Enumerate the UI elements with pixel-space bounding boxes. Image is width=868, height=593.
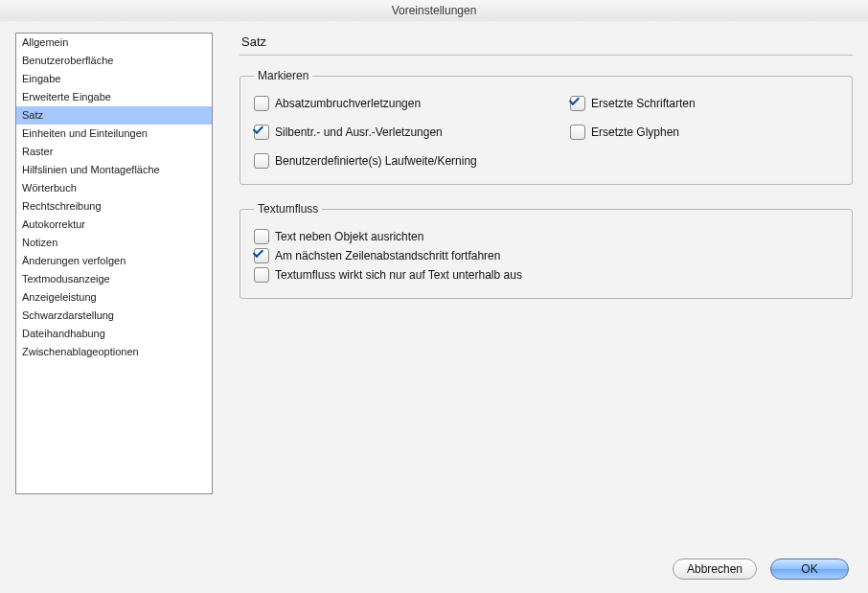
label-zeilenabstand: Am nächsten Zeilenabstandschritt fortfah… xyxy=(275,249,500,262)
dialog-body: AllgemeinBenutzeroberflächeEingabeErweit… xyxy=(0,21,868,593)
sidebar-item[interactable]: Hilfslinien und Montagefläche xyxy=(16,161,212,179)
checkbox-neben-objekt[interactable] xyxy=(254,229,269,244)
sidebar-item[interactable]: Notizen xyxy=(16,234,212,252)
section-rule xyxy=(240,55,853,56)
category-sidebar: AllgemeinBenutzeroberflächeEingabeErweit… xyxy=(15,33,213,494)
option-absatzumbruch[interactable]: Absatzumbruchverletzungen xyxy=(254,96,551,111)
sidebar-item[interactable]: Eingabe xyxy=(16,70,212,88)
cancel-button[interactable]: Abbrechen xyxy=(673,559,757,580)
sidebar-item[interactable]: Zwischenablageoptionen xyxy=(16,343,212,361)
ok-button[interactable]: OK xyxy=(770,559,849,580)
group-textumfluss: Textumfluss Text neben Objekt ausrichten… xyxy=(240,202,853,299)
checkbox-zeilenabstand[interactable] xyxy=(254,248,269,263)
label-laufweite: Benutzerdefinierte(s) Laufweite/Kerning xyxy=(275,154,477,168)
sidebar-item[interactable]: Erweiterte Eingabe xyxy=(16,88,212,106)
sidebar-item[interactable]: Anzeigeleistung xyxy=(16,288,212,307)
checkbox-silbentrennung[interactable] xyxy=(254,125,269,140)
sidebar-item[interactable]: Änderungen verfolgen xyxy=(16,252,212,270)
option-unterhalb[interactable]: Textumfluss wirkt sich nur auf Text unte… xyxy=(254,267,838,283)
sidebar-item[interactable]: Benutzeroberfläche xyxy=(16,52,212,70)
sidebar-item[interactable]: Satz xyxy=(16,106,212,125)
preferences-dialog: Voreinstellungen AllgemeinBenutzeroberfl… xyxy=(0,0,868,593)
sidebar-item[interactable]: Dateihandhabung xyxy=(16,325,212,343)
sidebar-item[interactable]: Allgemein xyxy=(16,34,212,52)
option-ersetzte-glyphen[interactable]: Ersetzte Glyphen xyxy=(570,125,838,140)
checkbox-laufweite[interactable] xyxy=(254,153,269,169)
checkbox-unterhalb[interactable] xyxy=(254,267,269,283)
group-markieren-legend: Markieren xyxy=(254,69,312,82)
section-title: Satz xyxy=(241,34,853,49)
option-neben-objekt[interactable]: Text neben Objekt ausrichten xyxy=(254,229,838,244)
label-ersetzte-schriftarten: Ersetzte Schriftarten xyxy=(591,97,696,110)
group-markieren: Markieren Absatzumbruchverletzungen Erse… xyxy=(240,69,853,185)
label-ersetzte-glyphen: Ersetzte Glyphen xyxy=(591,125,679,139)
checkbox-ersetzte-schriftarten[interactable] xyxy=(570,96,585,111)
sidebar-item[interactable]: Raster xyxy=(16,143,212,161)
option-silbentrennung[interactable]: Silbentr.- und Ausr.-Verletzungen xyxy=(254,125,551,140)
main-panel: Satz Markieren Absatzumbruchverletzungen… xyxy=(240,33,853,494)
group-textumfluss-legend: Textumfluss xyxy=(254,202,322,216)
option-laufweite[interactable]: Benutzerdefinierte(s) Laufweite/Kerning xyxy=(254,153,838,169)
label-unterhalb: Textumfluss wirkt sich nur auf Text unte… xyxy=(275,268,522,282)
sidebar-item[interactable]: Rechtschreibung xyxy=(16,197,212,216)
sidebar-item[interactable]: Einheiten und Einteilungen xyxy=(16,125,212,143)
option-zeilenabstand[interactable]: Am nächsten Zeilenabstandschritt fortfah… xyxy=(254,248,838,263)
sidebar-item[interactable]: Textmodusanzeige xyxy=(16,270,212,288)
window-title: Voreinstellungen xyxy=(0,0,868,22)
checkbox-absatzumbruch[interactable] xyxy=(254,96,269,111)
sidebar-item[interactable]: Wörterbuch xyxy=(16,179,212,197)
dialog-footer: Abbrechen OK xyxy=(673,559,849,580)
option-ersetzte-schriftarten[interactable]: Ersetzte Schriftarten xyxy=(570,96,838,111)
sidebar-item[interactable]: Schwarzdarstellung xyxy=(16,307,212,325)
label-silbentrennung: Silbentr.- und Ausr.-Verletzungen xyxy=(275,125,443,139)
label-neben-objekt: Text neben Objekt ausrichten xyxy=(275,230,423,243)
checkbox-ersetzte-glyphen[interactable] xyxy=(570,125,585,140)
label-absatzumbruch: Absatzumbruchverletzungen xyxy=(275,97,421,110)
sidebar-item[interactable]: Autokorrektur xyxy=(16,216,212,234)
